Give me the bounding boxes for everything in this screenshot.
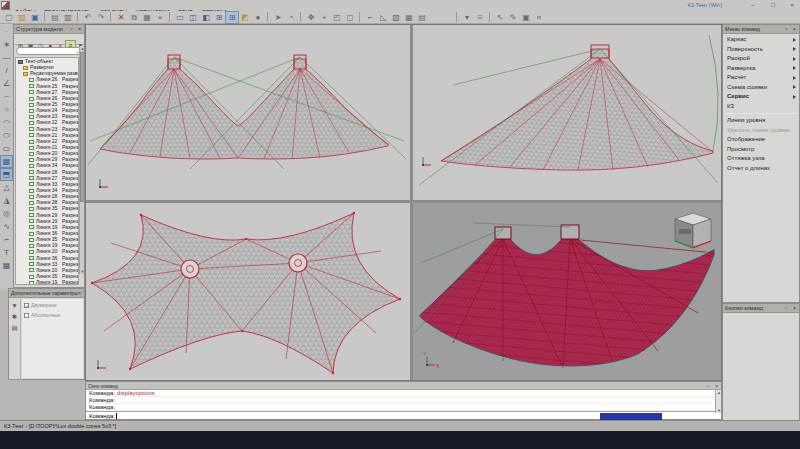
menu-command-0[interactable]: Каркас [723, 35, 799, 45]
image-icon[interactable]: ▣ [520, 12, 532, 23]
mesh-icon[interactable]: ▦ [1, 260, 12, 271]
paste-icon[interactable]: ▦ [141, 12, 153, 23]
pencil-icon[interactable]: ✎ [507, 12, 519, 23]
point-icon[interactable]: · [1, 26, 12, 37]
vertex-icon[interactable]: ∗ [1, 39, 12, 50]
tree-item[interactable]: Линия 19Разрезов [16, 279, 78, 285]
menu-command-sub-5[interactable]: Отчет о длинах [723, 164, 799, 174]
dropdown-icon[interactable]: ▾ [461, 12, 473, 23]
close-button[interactable]: × [787, 2, 797, 9]
print-preview-icon[interactable]: ▥ [62, 12, 74, 23]
unchecked-checkbox-icon[interactable] [24, 313, 29, 318]
undo-icon[interactable]: ↶ [82, 12, 94, 23]
viewport-plan[interactable] [86, 203, 410, 380]
ellipse-icon[interactable]: ⬭ [1, 130, 12, 141]
viewport-front[interactable] [86, 25, 410, 200]
pin-icon[interactable]: ▫ [705, 383, 712, 390]
menu-command-sub-4[interactable]: Оттяжка узла [723, 154, 799, 164]
redo-icon[interactable]: ↷ [95, 12, 107, 23]
cone-icon[interactable]: ◮ [1, 195, 12, 206]
rectangle-icon[interactable]: ▭ [1, 143, 12, 154]
menu-command-5[interactable]: Схема сшивки [723, 83, 799, 93]
select-icon[interactable]: ➤ [272, 12, 284, 23]
printer-icon[interactable]: ▤ [10, 323, 19, 332]
checked-checkbox-icon[interactable]: ✓ [24, 303, 29, 308]
surface-blue-icon[interactable]: ▦ [1, 156, 12, 167]
arc-icon[interactable]: ◠ [1, 117, 12, 128]
menu-command-6[interactable]: Сервис [723, 92, 799, 102]
tree-scrollbar[interactable]: ▲ ▼ [79, 46, 84, 274]
zoom-in-icon[interactable]: + [318, 12, 330, 23]
palette-icon[interactable]: ▧ [390, 12, 402, 23]
orbit-icon[interactable]: ◔ [285, 12, 297, 23]
sweep-icon[interactable]: ∿ [1, 221, 12, 232]
pick-icon[interactable]: ↖ [494, 12, 506, 23]
gear-icon[interactable]: ✱ [10, 312, 19, 321]
pan-icon[interactable]: ✥ [305, 12, 317, 23]
table-icon[interactable]: ▤ [416, 12, 428, 23]
zoom-window-icon[interactable]: ◰ [331, 12, 343, 23]
menu-separator [725, 113, 797, 114]
segment-icon[interactable]: — [1, 52, 12, 63]
polyline-icon[interactable]: ∠ [1, 78, 12, 89]
open-file-icon[interactable]: ▨ [16, 12, 28, 23]
layout-two-icon[interactable]: ◫ [187, 12, 199, 23]
menu-command-4[interactable]: Расчёт [723, 73, 799, 83]
save-icon[interactable]: ▣ [29, 12, 41, 23]
layout-single-icon[interactable]: ▭ [174, 12, 186, 23]
layers-icon[interactable]: ≡ [474, 12, 486, 23]
pin-icon[interactable]: ▫ [783, 305, 790, 312]
zoom-all-icon[interactable]: ◻ [344, 12, 356, 23]
menu-command-sub-0[interactable]: Линии уровня [723, 116, 799, 126]
circle-icon[interactable]: ○ [1, 104, 12, 115]
revolve-icon[interactable]: ◎ [1, 208, 12, 219]
shaded-cube-icon[interactable]: ◩ [239, 12, 251, 23]
menu-command-sub-3[interactable]: Просмотр [723, 145, 799, 155]
menu-command-7[interactable]: К3 [723, 102, 799, 112]
frame-red-icon[interactable]: ⌐ [364, 12, 376, 23]
minimize-button[interactable]: – [748, 2, 758, 9]
menu-command-sub-2[interactable]: Отображение [723, 135, 799, 145]
line-icon[interactable]: / [1, 65, 12, 76]
menu-command-1[interactable]: Поверхность [723, 45, 799, 55]
menu-items: ФАЙЛЫРЕДАКТИРОВАТЬОБЪЕКТЫУСТАНОВКИТЕНТСП… [15, 0, 236, 11]
viewport-shaded[interactable]: YX [413, 203, 721, 380]
layout-four-icon[interactable]: ⊞ [213, 12, 225, 23]
offset-icon[interactable]: ⌐ [1, 234, 12, 245]
pin-icon[interactable]: ▫ [68, 290, 75, 297]
option-row[interactable]: Абсолютные [24, 311, 83, 319]
prism-icon[interactable]: △ [1, 182, 12, 193]
close-icon[interactable]: × [76, 26, 83, 33]
close-icon[interactable]: × [76, 290, 83, 297]
close-icon[interactable]: × [713, 383, 720, 390]
scroll-down-icon[interactable]: ▼ [716, 408, 722, 413]
close-icon[interactable]: × [791, 305, 798, 312]
menu-command-3[interactable]: Развертка [723, 64, 799, 74]
pin-icon[interactable]: ▫ [68, 26, 75, 33]
render-icon[interactable]: ● [252, 12, 264, 23]
grid-icon[interactable]: ▦ [403, 12, 415, 23]
close-icon[interactable]: × [791, 26, 798, 33]
layout-three-icon[interactable]: ◧ [200, 12, 212, 23]
viewport-perspective[interactable] [413, 25, 721, 200]
option-row[interactable]: ✓Двумерное [24, 301, 83, 309]
menu-command-sub-1[interactable]: Удалить линии уровня [723, 126, 799, 136]
spline-icon[interactable]: ~ [1, 91, 12, 102]
command-scrollbar[interactable]: ▲ ▼ [715, 390, 721, 413]
layout-quad-active-icon[interactable]: ⊞ [226, 12, 238, 23]
frame-corner-icon[interactable]: ◺ [377, 12, 389, 23]
print-icon[interactable]: ▤ [49, 12, 61, 23]
new-file-icon[interactable]: ▢ [3, 12, 15, 23]
maximize-button[interactable]: □ [768, 2, 778, 9]
structure-search-input[interactable]: ⌕ [16, 47, 82, 55]
scroll-up-icon[interactable]: ▲ [716, 390, 722, 395]
delete-icon[interactable]: × [154, 12, 166, 23]
filter-icon[interactable]: ▼ [10, 301, 19, 310]
cut-icon[interactable]: ✕ [115, 12, 127, 23]
copy-icon[interactable]: ⧉ [128, 12, 140, 23]
pin-icon[interactable]: ▫ [783, 26, 790, 33]
menu-command-2[interactable]: Раскрой [723, 54, 799, 64]
bulb-icon[interactable]: ¤ [533, 12, 545, 23]
text-icon[interactable]: T [1, 247, 12, 258]
box-blue-icon[interactable]: ⬒ [1, 169, 12, 180]
